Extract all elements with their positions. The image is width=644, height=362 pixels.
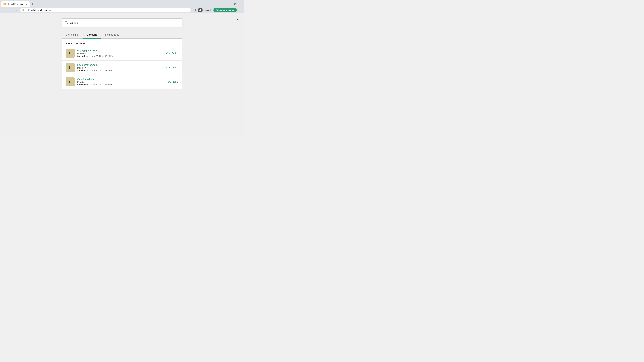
search-tabs-nav: Campaigns Contacts Help articles [62, 31, 182, 38]
maximize-button[interactable]: ⊡ [233, 2, 238, 6]
forward-button[interactable]: → [8, 8, 13, 12]
security-lock-icon: 🔒 [22, 9, 24, 11]
status-label: Subscribed [77, 84, 88, 86]
browser-menu-button[interactable]: ⋮ [238, 8, 242, 12]
tab-title: Home | Mailchimp [8, 3, 24, 5]
svg-rect-0 [193, 9, 196, 11]
contact-status: Subscribed on Nov 30, 2023, 02:29 PM [77, 55, 163, 57]
bookmark-icon[interactable]: ☆ [186, 9, 188, 11]
contact-org: Moodjoy [77, 66, 163, 69]
contact-email[interactable]: Girl@gmail.com [77, 78, 163, 80]
search-box-container [62, 18, 182, 27]
svg-point-3 [65, 21, 67, 23]
contact-email[interactable]: Love@yahoo.com [77, 63, 163, 66]
url-bar[interactable]: 🔒 us21.admin.mailchimp.com ☆ [20, 8, 190, 12]
view-profile-button[interactable]: View Profile [166, 66, 178, 69]
section-title: Recent contacts [62, 38, 182, 46]
incognito-label: Incognito [204, 9, 212, 11]
svg-line-4 [67, 23, 68, 24]
contact-info: heya@gmail.com Moodjoy Subscribed on Nov… [77, 49, 163, 57]
search-box[interactable] [62, 18, 182, 27]
view-profile-button[interactable]: View Profile [166, 52, 178, 55]
back-button[interactable]: ← [2, 8, 7, 12]
address-bar: ← → ↻ 🔒 us21.admin.mailchimp.com ☆ Incog… [0, 7, 244, 13]
window-close-button[interactable]: ✕ [238, 2, 243, 6]
status-date: on Nov 30, 2023, 02:29 PM [89, 55, 113, 57]
relaunch-button[interactable]: Relaunch to update [214, 8, 237, 12]
contact-status: Subscribed on Nov 30, 2023, 02:29 PM [77, 69, 163, 72]
contact-status: Subscribed on Nov 30, 2023, 02:29 PM [77, 84, 163, 86]
contact-item: L Love@yahoo.com Moodjoy Subscribed on N… [62, 60, 182, 75]
avatar: G [66, 77, 75, 86]
search-icon [64, 21, 68, 25]
contact-email[interactable]: heya@gmail.com [77, 49, 163, 52]
minimize-button[interactable]: — [228, 2, 232, 6]
status-date: on Nov 30, 2023, 02:29 PM [89, 84, 113, 86]
sidebar-toggle-button[interactable] [192, 8, 196, 12]
tab-contacts[interactable]: Contacts [82, 31, 101, 38]
contact-info: Love@yahoo.com Moodjoy Subscribed on Nov… [77, 63, 163, 72]
active-tab[interactable]: C Home | Mailchimp ✕ [1, 1, 30, 7]
tab-close-btn[interactable]: ✕ [25, 3, 28, 5]
tab-help-articles[interactable]: Help articles [101, 31, 123, 38]
browser-toolbar-right: Incognito Relaunch to update ⋮ [192, 8, 242, 12]
results-container: Recent contacts H heya@gmail.com Moodjoy… [62, 38, 182, 89]
tab-favicon: C [3, 3, 6, 5]
url-display: us21.admin.mailchimp.com [26, 9, 185, 11]
tab-campaigns[interactable]: Campaigns [62, 31, 82, 38]
incognito-avatar [198, 8, 202, 12]
view-profile-button[interactable]: View Profile [166, 80, 178, 83]
contact-item: G Girl@gmail.com Moodjoy Subscribed on N… [62, 75, 182, 89]
tab-bar: C Home | Mailchimp ✕ + — ⊡ ✕ [0, 0, 244, 7]
status-label: Subscribed [77, 69, 88, 72]
contact-org: Moodjoy [77, 81, 163, 83]
avatar: H [66, 49, 75, 58]
search-input[interactable] [70, 21, 180, 24]
status-label: Subscribed [77, 55, 88, 57]
browser-chrome: C Home | Mailchimp ✕ + — ⊡ ✕ ← → ↻ 🔒 us2… [0, 0, 244, 13]
window-controls: — ⊡ ✕ [228, 2, 243, 6]
contact-info: Girl@gmail.com Moodjoy Subscribed on Nov… [77, 78, 163, 86]
refresh-button[interactable]: ↻ [14, 8, 19, 12]
status-date: on Nov 30, 2023, 02:29 PM [89, 69, 113, 72]
search-close-button[interactable]: ✕ [235, 17, 240, 22]
avatar: L [66, 63, 75, 72]
contact-org: Moodjoy [77, 52, 163, 55]
page-content: ✕ Campaigns Contacts Help articles Recen… [0, 13, 244, 137]
contact-item: H heya@gmail.com Moodjoy Subscribed on N… [62, 46, 182, 60]
new-tab-button[interactable]: + [30, 2, 35, 6]
